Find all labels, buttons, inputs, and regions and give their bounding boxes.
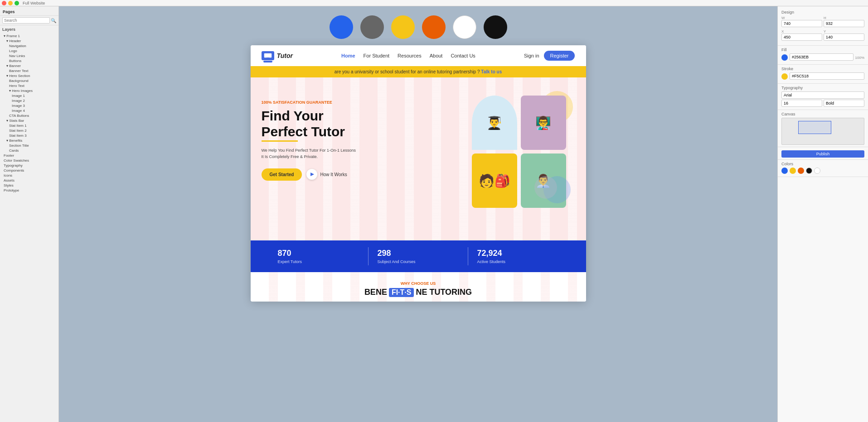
banner-text: are you a univarsity or school student f… — [335, 69, 480, 74]
sidebar-item[interactable]: Stat Item 3 — [0, 133, 58, 138]
get-started-button[interactable]: Get Started — [262, 168, 302, 181]
stat-number-3: 72,924 — [477, 249, 559, 258]
window-title-bar: Full Website — [0, 0, 868, 6]
font-weight-input[interactable] — [824, 100, 864, 107]
y-field: Y — [824, 29, 864, 42]
stat-item-2: 298 Subject And Courses — [369, 249, 468, 264]
palette-black[interactable] — [806, 168, 812, 174]
sidebar-item[interactable]: ▾ Banner — [0, 63, 58, 68]
palette-yellow[interactable] — [790, 168, 796, 174]
sidebar-item[interactable]: Color Swatches — [0, 158, 58, 163]
sidebar-search-area[interactable]: 🔍 — [0, 16, 58, 25]
site-navigation: Tutor Home For Student Resources About C… — [251, 45, 586, 66]
sidebar-item[interactable]: Section Title — [0, 143, 58, 148]
publish-button[interactable]: Publish — [781, 150, 864, 158]
swatch-gray[interactable] — [360, 15, 384, 39]
sidebar-item[interactable]: Image 4 — [0, 108, 58, 113]
nav-link-for-student[interactable]: For Student — [364, 53, 389, 58]
window-controls[interactable] — [2, 1, 19, 5]
sidebar-item[interactable]: Nav Links — [0, 53, 58, 58]
nav-link-resources[interactable]: Resources — [398, 53, 422, 58]
stroke-color-swatch[interactable] — [781, 73, 788, 80]
fill-color-swatch[interactable] — [781, 54, 788, 61]
fill-label: Fill — [781, 48, 864, 52]
sidebar-item[interactable]: ▾ Header — [0, 38, 58, 43]
canvas-area[interactable]: Tutor Home For Student Resources About C… — [59, 6, 777, 422]
sidebar-search-input[interactable] — [2, 17, 50, 24]
how-it-works[interactable]: How It Works — [306, 169, 347, 180]
minimap[interactable] — [781, 118, 864, 145]
sidebar-item[interactable]: Image 1 — [0, 93, 58, 98]
sidebar-item[interactable]: Hero Text — [0, 83, 58, 88]
sidebar-item[interactable]: CTA Buttons — [0, 113, 58, 118]
font-family-input[interactable] — [781, 91, 864, 99]
right-panel-publish: Publish — [778, 147, 868, 160]
fill-color-input[interactable] — [790, 53, 853, 61]
swatch-orange[interactable] — [422, 15, 446, 39]
stat-number-1: 870 — [278, 249, 359, 258]
swatch-white[interactable] — [453, 15, 476, 39]
website-mockup: Tutor Home For Student Resources About C… — [251, 45, 586, 302]
fill-opacity[interactable]: 100% — [855, 56, 864, 60]
sidebar-item[interactable]: Assets — [0, 178, 58, 183]
register-button[interactable]: Register — [544, 51, 575, 61]
color-swatches-row — [330, 15, 507, 39]
benefits-title-end: NE TUTORING — [416, 288, 472, 297]
y-input[interactable] — [824, 34, 864, 41]
minimize-button[interactable] — [8, 1, 13, 5]
nav-link-contact[interactable]: Contact Us — [451, 53, 475, 58]
sidebar-item[interactable]: Typography — [0, 163, 58, 168]
sidebar-item[interactable]: Logo — [0, 48, 58, 53]
hero-title: Find Your Perfect Tutor — [262, 108, 356, 142]
x-input[interactable] — [781, 34, 822, 41]
logo-icon — [262, 51, 274, 60]
sidebar-item[interactable]: ▾ Frame 1 — [0, 34, 58, 38]
swatch-blue[interactable] — [330, 15, 353, 39]
sign-in-button[interactable]: Sign in — [524, 53, 539, 58]
palette-orange[interactable] — [798, 168, 804, 174]
width-input[interactable] — [781, 20, 822, 27]
play-button[interactable] — [306, 169, 317, 180]
stroke-color-input[interactable] — [790, 72, 864, 80]
sidebar-item[interactable]: ▾ Hero Images — [0, 88, 58, 93]
sidebar-item[interactable]: Buttons — [0, 58, 58, 63]
swatch-yellow[interactable] — [391, 15, 415, 39]
sidebar-item[interactable]: Styles — [0, 183, 58, 188]
app-layout: Pages 🔍 Layers ▾ Frame 1 ▾ Header Naviga… — [0, 6, 868, 422]
sidebar-item[interactable]: Image 3 — [0, 103, 58, 108]
hero-desc-line2: It Is Completely Free & Private. — [262, 154, 318, 159]
sidebar-item[interactable]: Banner Text — [0, 68, 58, 73]
nav-link-home[interactable]: Home — [341, 53, 355, 58]
sidebar-item[interactable]: Image 2 — [0, 98, 58, 103]
sidebar-item[interactable]: Footer — [0, 153, 58, 158]
right-panel-fill: Fill 100% — [778, 46, 868, 65]
palette-blue[interactable] — [781, 168, 788, 174]
sidebar-item[interactable]: Background — [0, 78, 58, 83]
close-button[interactable] — [2, 1, 6, 5]
app-title: Full Website — [23, 1, 45, 5]
sidebar-item[interactable]: ▾ Hero Section — [0, 73, 58, 78]
right-panel-stroke: Stroke — [778, 65, 868, 84]
svg-rect-1 — [267, 58, 269, 59]
nav-link-about[interactable]: About — [430, 53, 443, 58]
right-panel-typography: Typography — [778, 84, 868, 110]
sidebar-item[interactable]: ▾ Stats Bar — [0, 118, 58, 123]
palette-label: Colors — [781, 162, 864, 166]
pages-label[interactable]: Layers — [2, 26, 56, 33]
maximize-button[interactable] — [15, 1, 19, 5]
sidebar-item[interactable]: Prototype — [0, 188, 58, 193]
sidebar-title: Pages — [0, 8, 58, 16]
height-input[interactable] — [824, 20, 864, 27]
sidebar-item[interactable]: Stat Item 1 — [0, 123, 58, 128]
sidebar-item[interactable]: Stat Item 2 — [0, 128, 58, 133]
swatch-black[interactable] — [484, 15, 507, 39]
sidebar-item[interactable]: Cards — [0, 148, 58, 153]
sidebar-item[interactable]: Icons — [0, 173, 58, 178]
font-size-input[interactable] — [781, 100, 822, 107]
right-sidebar: Design W H X Y — [777, 6, 868, 422]
sidebar-item[interactable]: Navigation — [0, 43, 58, 48]
banner-link[interactable]: Talk to us — [481, 69, 502, 74]
sidebar-item[interactable]: ▾ Benefits — [0, 138, 58, 143]
sidebar-item[interactable]: Components — [0, 168, 58, 173]
palette-white[interactable] — [814, 168, 820, 174]
